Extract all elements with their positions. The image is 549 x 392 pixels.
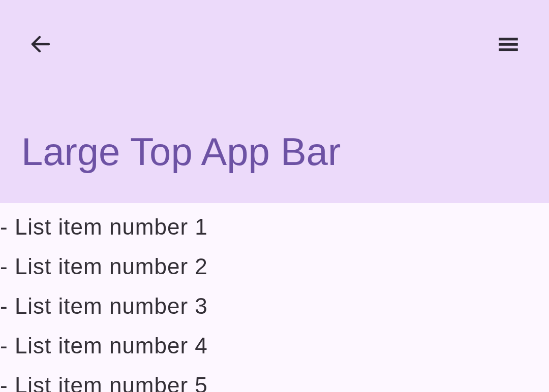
large-top-app-bar: Large Top App Bar	[0, 0, 549, 203]
app-bar-action-row	[0, 0, 549, 61]
content-list: - List item number 1 - List item number …	[0, 203, 549, 392]
svg-rect-2	[499, 43, 518, 46]
app-bar-title: Large Top App Bar	[21, 129, 341, 174]
list-item: - List item number 4	[0, 326, 549, 366]
list-item: - List item number 5	[0, 366, 549, 392]
arrow-back-icon	[28, 32, 53, 56]
svg-rect-3	[499, 48, 518, 51]
menu-button[interactable]	[493, 29, 524, 59]
list-item: - List item number 1	[0, 207, 549, 247]
svg-rect-1	[499, 38, 518, 41]
app-bar-title-wrap: Large Top App Bar	[0, 61, 549, 203]
menu-icon	[496, 31, 521, 57]
back-button[interactable]	[25, 29, 56, 59]
list-item: - List item number 3	[0, 286, 549, 326]
list-item: - List item number 2	[0, 247, 549, 286]
